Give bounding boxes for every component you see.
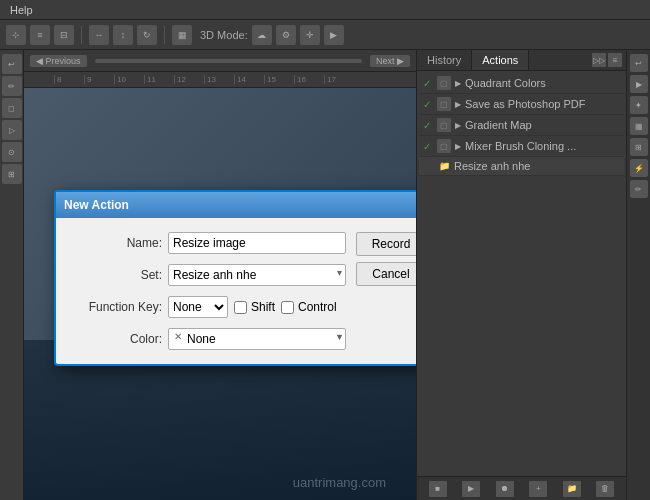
far-brush-icon[interactable]: ✏ <box>630 180 648 198</box>
workspace: ◀ Previous Next ▶ 8 9 10 11 12 13 14 15 … <box>24 50 416 500</box>
tool-distribute[interactable]: ⊟ <box>54 25 74 45</box>
action-folder-name: Resize anh nhe <box>454 160 620 172</box>
far-star-icon[interactable]: ✦ <box>630 96 648 114</box>
far-history-icon[interactable]: ↩ <box>630 54 648 72</box>
panel-play-btn[interactable]: ▶ <box>462 481 480 497</box>
dialog-name-input[interactable] <box>168 232 346 254</box>
tool-transform[interactable]: ↔ <box>89 25 109 45</box>
tool-history[interactable]: ↩ <box>2 54 22 74</box>
action-item-2[interactable]: ✓ ▢ ▶ Gradient Map <box>419 115 624 136</box>
action-item-3[interactable]: ✓ ▢ ▶ Mixer Brush Cloning ... <box>419 136 624 157</box>
panel-tab-actions: ▷▷ ≡ <box>592 53 626 67</box>
panel-delete-btn[interactable]: 🗑 <box>596 481 614 497</box>
action-icon-3: ▢ <box>437 139 451 153</box>
panel-new-btn[interactable]: + <box>529 481 547 497</box>
dialog-control-checkbox[interactable] <box>281 301 294 314</box>
ruler-mark-3: 11 <box>144 75 174 84</box>
main-layout: ↩ ✏ ◻ ▷ ⊙ ⊞ ◀ Previous Next ▶ 8 9 10 11 … <box>0 50 650 500</box>
dialog-cancel-button[interactable]: Cancel <box>356 262 416 286</box>
tool-select[interactable]: ▷ <box>2 120 22 140</box>
toolbar: ⊹ ≡ ⊟ ↔ ↕ ↻ ▦ 3D Mode: ☁ ⚙ ✛ ▶ <box>0 20 650 50</box>
far-play-icon[interactable]: ▶ <box>630 75 648 93</box>
tool-move[interactable]: ⊹ <box>6 25 26 45</box>
ruler-mark-2: 10 <box>114 75 144 84</box>
tab-actions[interactable]: Actions <box>472 50 529 70</box>
dialog-set-row: Set: Resize anh nhe <box>72 264 346 286</box>
ruler-horizontal: 8 9 10 11 12 13 14 15 16 17 <box>24 72 416 88</box>
action-arrow-3: ▶ <box>455 142 461 151</box>
action-icon-0: ▢ <box>437 76 451 90</box>
color-x-icon: ✕ <box>174 331 182 342</box>
dialog-set-select-wrap: Resize anh nhe <box>168 264 346 286</box>
dialog-control-label: Control <box>298 300 337 314</box>
toolbar-3dmode-label: 3D Mode: <box>200 29 248 41</box>
action-icon-1: ▢ <box>437 97 451 111</box>
tool-eraser[interactable]: ◻ <box>2 98 22 118</box>
tool-settings[interactable]: ⚙ <box>276 25 296 45</box>
tool-lasso[interactable]: ⊙ <box>2 142 22 162</box>
ruler-mark-8: 16 <box>294 75 324 84</box>
panel-tabs: History Actions ▷▷ ≡ <box>417 50 626 71</box>
ruler-marks: 8 9 10 11 12 13 14 15 16 17 <box>54 75 354 84</box>
dialog-color-label: Color: <box>72 332 162 346</box>
watermark: uantrimang.com <box>293 475 386 490</box>
tool-rotate[interactable]: ↻ <box>137 25 157 45</box>
ruler-mark-6: 14 <box>234 75 264 84</box>
tool-camera[interactable]: ▶ <box>324 25 344 45</box>
tool-transform2[interactable]: ↕ <box>113 25 133 45</box>
panel-bottom: ■ ▶ ⏺ + 📁 🗑 <box>417 476 626 500</box>
action-arrow-1: ▶ <box>455 100 461 109</box>
tab-history[interactable]: History <box>417 50 472 70</box>
panel-stop-btn[interactable]: ■ <box>429 481 447 497</box>
right-panel: History Actions ▷▷ ≡ ✓ ▢ ▶ Quadrant Colo… <box>416 50 626 500</box>
panel-menu-btn[interactable]: ≡ <box>608 53 622 67</box>
far-layers-icon[interactable]: ⊞ <box>630 138 648 156</box>
panel-expand-btn[interactable]: ▷▷ <box>592 53 606 67</box>
tool-grid[interactable]: ▦ <box>172 25 192 45</box>
dialog-set-select[interactable]: Resize anh nhe <box>168 264 346 286</box>
dialog-fkey-row: Function Key: None Shift <box>72 296 346 318</box>
action-check-1: ✓ <box>423 99 433 110</box>
dialog-color-select[interactable]: None <box>168 328 346 350</box>
menu-help[interactable]: Help <box>4 4 39 16</box>
action-arrow-0: ▶ <box>455 79 461 88</box>
action-check-0: ✓ <box>423 78 433 89</box>
dialog-fkey-label: Function Key: <box>72 300 162 314</box>
toolbar-sep-2 <box>164 26 165 44</box>
dialog-name-label: Name: <box>72 236 162 250</box>
dialog-record-button[interactable]: Record <box>356 232 416 256</box>
panel-record-btn[interactable]: ⏺ <box>496 481 514 497</box>
action-check-2: ✓ <box>423 120 433 131</box>
nav-strip: ◀ Previous Next ▶ <box>24 50 416 72</box>
tool-cloud[interactable]: ☁ <box>252 25 272 45</box>
dialog-shift-checkbox[interactable] <box>234 301 247 314</box>
tool-move3d[interactable]: ✛ <box>300 25 320 45</box>
ruler-mark-7: 15 <box>264 75 294 84</box>
tool-brush[interactable]: ✏ <box>2 76 22 96</box>
far-right-panel: ↩ ▶ ✦ ▦ ⊞ ⚡ ✏ <box>626 50 650 500</box>
nav-next[interactable]: Next ▶ <box>370 55 410 67</box>
action-item-0[interactable]: ✓ ▢ ▶ Quadrant Colors <box>419 73 624 94</box>
dialog-color-row: Color: ✕ None ▾ <box>72 328 346 350</box>
toolbar-sep-1 <box>81 26 82 44</box>
action-name-2: Gradient Map <box>465 119 620 131</box>
ruler-mark-5: 13 <box>204 75 234 84</box>
far-chart-icon[interactable]: ▦ <box>630 117 648 135</box>
dialog-fkey-select[interactable]: None <box>168 296 228 318</box>
dialog-name-row: Name: <box>72 232 346 254</box>
nav-prev[interactable]: ◀ Previous <box>30 55 87 67</box>
tool-align[interactable]: ≡ <box>30 25 50 45</box>
panel-folder-btn[interactable]: 📁 <box>563 481 581 497</box>
ruler-mark-9: 17 <box>324 75 354 84</box>
action-item-1[interactable]: ✓ ▢ ▶ Save as Photoshop PDF <box>419 94 624 115</box>
action-name-1: Save as Photoshop PDF <box>465 98 620 110</box>
new-action-dialog: New Action ✕ Name: <box>54 190 416 366</box>
nav-slider <box>95 59 362 63</box>
menu-bar: Help <box>0 0 650 20</box>
ruler-mark-4: 12 <box>174 75 204 84</box>
far-plug-icon[interactable]: ⚡ <box>630 159 648 177</box>
action-name-0: Quadrant Colors <box>465 77 620 89</box>
tool-crop[interactable]: ⊞ <box>2 164 22 184</box>
action-folder-active[interactable]: 📁 Resize anh nhe <box>419 157 624 176</box>
dialog-titlebar: New Action ✕ <box>56 192 416 218</box>
